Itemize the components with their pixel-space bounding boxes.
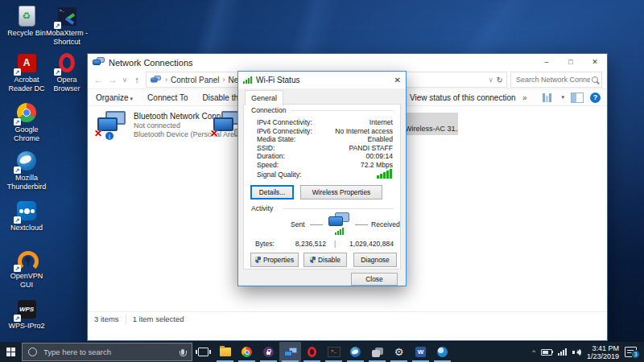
dialog-titlebar[interactable]: Wi-Fi Status ✕ <box>238 72 406 88</box>
minimize-button[interactable]: – <box>535 54 559 71</box>
breadcrumb-separator: › <box>165 76 167 84</box>
taskbar-remote-desktop[interactable] <box>366 342 388 362</box>
shortcut-arrow-icon: ↗ <box>14 265 21 272</box>
taskbar-terminal[interactable]: >_ <box>323 342 345 362</box>
taskbar-chrome[interactable] <box>236 342 258 362</box>
up-button[interactable]: ↑ <box>131 75 142 84</box>
taskbar-opera[interactable] <box>301 342 323 362</box>
dialog-close-button[interactable]: Close <box>351 273 398 286</box>
connection-row: Speed:72.2 Mbps <box>244 161 400 170</box>
view-mode-caret-icon[interactable]: ▾ <box>561 94 564 101</box>
shortcut-arrow-icon: ↗ <box>54 22 61 29</box>
refresh-icon[interactable]: ↻ <box>497 76 503 84</box>
taskbar-settings[interactable]: ⚙ <box>388 342 410 362</box>
row-label: IPv4 Connectivity: <box>257 118 312 127</box>
taskbar-word[interactable]: W <box>410 342 431 362</box>
forward-button[interactable]: → <box>107 75 118 84</box>
properties-button[interactable]: Properties <box>250 253 299 267</box>
row-label: IPv6 Connectivity: <box>257 127 312 136</box>
shortcut-arrow-icon: ↗ <box>14 68 21 76</box>
desktop-icon-acrobat[interactable]: A↗ Acrobat Reader DC <box>5 51 48 93</box>
taskbar-globe-app[interactable] <box>431 342 453 362</box>
recycle-bin-icon: ♻ <box>19 6 35 27</box>
desktop-icon-wps[interactable]: WPS↗ WPS-IPro2 <box>5 298 48 331</box>
help-icon[interactable]: ? <box>590 93 601 103</box>
taskbar-search-input[interactable] <box>42 347 176 357</box>
view-mode-icon[interactable] <box>543 93 553 102</box>
row-label: Speed: <box>257 161 279 170</box>
desktop-icon-label: Recycle Bin <box>5 29 48 38</box>
activity-group-label: Activity <box>249 204 275 212</box>
taskbar-thunderbird[interactable] <box>345 342 366 362</box>
breadcrumb-control-panel[interactable]: Control Panel <box>171 76 220 84</box>
row-label: SSID: <box>257 144 275 153</box>
window-titlebar[interactable]: Network Connections – □ ✕ <box>88 54 607 71</box>
taskbar-clock[interactable]: 3:41 PM 1/23/2019 <box>587 344 619 360</box>
row-label: Media State: <box>257 135 295 144</box>
disconnected-x-icon: ✕ <box>94 129 102 138</box>
organize-menu[interactable]: Organize▾ <box>96 93 133 102</box>
activity-computer-icon <box>328 212 352 232</box>
group-divider <box>283 208 394 209</box>
view-status-button[interactable]: View status of this connection <box>410 93 516 102</box>
recent-locations-dropdown[interactable]: ∨ <box>122 76 128 84</box>
preview-pane-icon[interactable] <box>571 93 584 103</box>
desktop-icon-thunderbird[interactable]: ↗ Mozilla Thunderbird <box>5 150 48 191</box>
task-view-button[interactable] <box>192 342 214 362</box>
maximize-button[interactable]: □ <box>559 54 583 71</box>
desktop-icon-nextcloud[interactable]: ↗ Nextcloud <box>5 200 48 232</box>
terminal-icon: >_ <box>328 347 341 357</box>
taskbar-file-explorer[interactable] <box>214 342 236 362</box>
close-button[interactable]: ✕ <box>583 54 607 71</box>
bytes-label: Bytes: <box>255 240 275 248</box>
explorer-search-input[interactable] <box>514 75 592 84</box>
remote-desktop-icon <box>372 348 383 357</box>
desktop-icon-chrome[interactable]: ↗ Google Chrome <box>5 101 48 142</box>
wifi-tray-icon[interactable] <box>558 348 567 356</box>
taskbar-tor-browser[interactable] <box>258 342 279 362</box>
desktop-icon-label: WPS-IPro2 <box>5 322 48 331</box>
taskbar-network-connections-active[interactable] <box>279 342 301 362</box>
dialog-close-icon[interactable]: ✕ <box>385 76 401 84</box>
wps-glyph: WPS <box>19 306 34 313</box>
disable-button[interactable]: Disable <box>303 253 347 267</box>
bluetooth-icon: ᛒ <box>105 132 114 140</box>
desktop-icon-mobaxterm[interactable]: >.↗ MobaXterm - Shortcut <box>45 5 89 46</box>
back-button[interactable]: ← <box>93 75 104 84</box>
bytes-received-value: 1,029,420,884 <box>329 240 394 248</box>
selected-count: 1 item selected <box>133 315 184 323</box>
address-dropdown-icon[interactable]: ∨ <box>489 76 493 84</box>
connect-to-button[interactable]: Connect To <box>147 93 188 102</box>
tray-chevron-icon[interactable]: ^ <box>532 348 535 356</box>
tab-general[interactable]: General <box>245 90 283 105</box>
start-button[interactable] <box>0 342 22 362</box>
desktop-icon-opera[interactable]: ↗ Opera Browser <box>45 51 89 93</box>
clock-date: 1/23/2019 <box>587 352 619 360</box>
row-value: No Internet access <box>335 127 393 136</box>
uac-shield-icon <box>310 257 316 263</box>
connection-group-label: Connection <box>249 106 288 114</box>
action-center-icon[interactable]: 3 <box>625 347 637 357</box>
taskbar-search-box[interactable] <box>22 343 192 361</box>
explorer-search-box[interactable] <box>510 72 602 88</box>
group-divider <box>291 110 394 111</box>
desktop-icon-recycle-bin[interactable]: ♻ Recycle Bin <box>5 5 48 38</box>
notification-badge: 3 <box>631 350 640 359</box>
connection-row: Duration:00:09:14 <box>244 152 400 161</box>
speaker-icon[interactable] <box>572 348 581 356</box>
connection-row: IPv6 Connectivity:No Internet access <box>244 127 400 136</box>
row-value: Internet <box>369 118 393 127</box>
battery-icon[interactable] <box>541 349 552 356</box>
taskbar: >_ ⚙ W ^ 3:41 PM 1/23/2019 3 <box>0 342 644 362</box>
details-button[interactable]: Details... <box>250 185 294 200</box>
toolbar-overflow-chevron[interactable]: » <box>522 93 527 102</box>
diagnose-button[interactable]: Diagnose <box>353 253 397 267</box>
breadcrumb-separator: › <box>223 76 225 84</box>
connection-row: IPv4 Connectivity:Internet <box>244 118 400 127</box>
desktop-icon-openvpn[interactable]: ↗ OpenVPN GUI <box>5 248 48 289</box>
system-tray: ^ 3:41 PM 1/23/2019 3 <box>532 342 644 362</box>
wireless-properties-button[interactable]: Wireless Properties <box>300 185 382 200</box>
wifi-connection-item-selected[interactable]: Wireless-AC 31... <box>403 113 458 135</box>
desktop-icon-label: MobaXterm - Shortcut <box>45 29 89 46</box>
microphone-icon[interactable] <box>181 349 184 355</box>
